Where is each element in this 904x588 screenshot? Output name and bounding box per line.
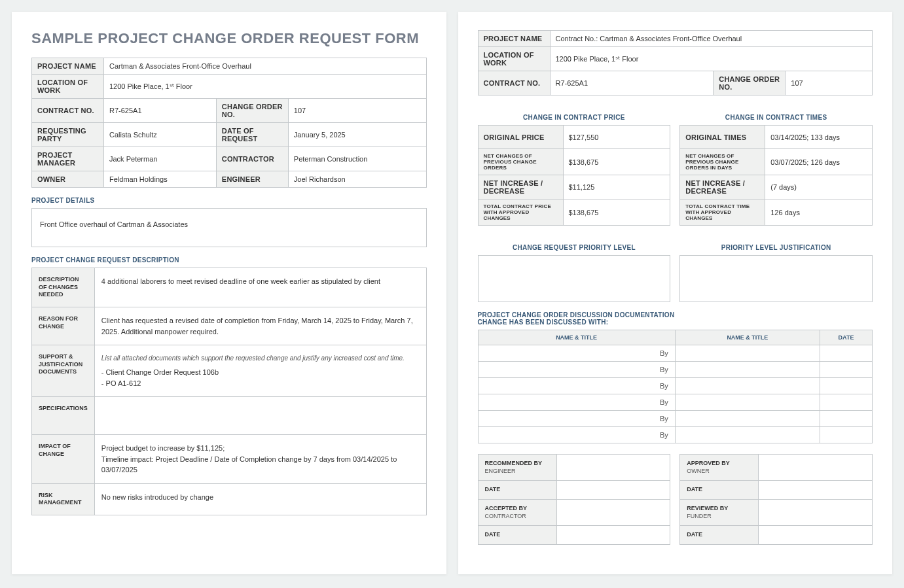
total-time-label: TOTAL CONTRACT TIME WITH APPROVED CHANGE… <box>680 199 765 226</box>
accepted-date-label: DATE <box>478 526 556 545</box>
engineer-label: ENGINEER <box>216 171 288 188</box>
p2-change-order-no-label: CHANGE ORDER NO. <box>714 71 786 95</box>
accepted-by-label: ACCEPTED BYCONTRACTOR <box>478 500 556 526</box>
reviewed-date-value <box>759 526 873 545</box>
p2-contract-no-label: CONTRACT NO. <box>478 71 550 95</box>
date-of-request-label: DATE OF REQUEST <box>216 123 288 147</box>
approved-by-label: APPROVED BYOWNER <box>680 455 759 481</box>
orig-price-label: ORIGINAL PRICE <box>478 126 563 149</box>
p2-project-name-value: Contract No.: Cartman & Associates Front… <box>550 31 873 47</box>
owner-value: Feldman Holdings <box>104 171 217 188</box>
time-table: ORIGINAL TIMES03/14/2025; 133 days NET C… <box>679 125 873 226</box>
discuss-row: By <box>478 411 873 427</box>
discuss-col-name-1: NAME & TITLE <box>478 330 675 345</box>
reviewed-by-label: REVIEWED BYFUNDER <box>680 500 759 526</box>
signature-left: RECOMMENDED BYENGINEER DATE ACCEPTED BYC… <box>478 454 671 545</box>
netinc-price-label: NET INCREASE / DECREASE <box>478 175 563 199</box>
price-table: ORIGINAL PRICE$127,550 NET CHANGES OF PR… <box>478 125 671 226</box>
total-price-value: $138,675 <box>563 199 670 226</box>
project-name-value: Cartman & Associates Front-Office Overha… <box>104 58 427 75</box>
change-request-desc-label: PROJECT CHANGE REQUEST DESCRIPTION <box>31 256 427 264</box>
total-time-value: 126 days <box>765 199 873 226</box>
support-docs-label: SUPPORT & JUSTIFICATION DOCUMENTS <box>32 345 95 397</box>
support-docs-hint: List all attached documents which suppor… <box>101 353 420 363</box>
support-docs-value: List all attached documents which suppor… <box>94 345 426 397</box>
priority-level-box <box>478 255 671 302</box>
contractor-value: Peterman Construction <box>288 147 426 171</box>
orig-time-value: 03/14/2025; 133 days <box>765 126 873 149</box>
page-1: SAMPLE PROJECT CHANGE ORDER REQUEST FORM… <box>12 12 446 574</box>
accepted-date-value <box>556 526 670 545</box>
change-order-no-value: 107 <box>288 99 426 123</box>
netprev-price-label: NET CHANGES OF PREVIOUS CHANGE ORDERS <box>478 149 563 175</box>
price-header: CHANGE IN CONTRACT PRICE <box>478 114 671 121</box>
approved-date-value <box>759 481 873 500</box>
project-manager-label: PROJECT MANAGER <box>32 147 104 171</box>
p2-change-order-no-value: 107 <box>786 71 873 95</box>
orig-time-label: ORIGINAL TIMES <box>680 126 765 149</box>
location-value: 1200 Pike Place, 1ˢᵗ Floor <box>104 75 427 99</box>
netinc-time-label: NET INCREASE / DECREASE <box>680 175 765 199</box>
reviewed-date-label: DATE <box>680 526 759 545</box>
changes-needed-value: 4 additional laborers to meet revised de… <box>94 268 426 307</box>
project-name-label: PROJECT NAME <box>32 58 104 75</box>
recommended-date-value <box>556 481 670 500</box>
reason-label: REASON FOR CHANGE <box>32 307 95 345</box>
requesting-party-label: REQUESTING PARTY <box>32 123 104 147</box>
location-label: LOCATION OF WORK <box>32 75 104 99</box>
discuss-row: By <box>478 427 873 443</box>
date-of-request-value: January 5, 2025 <box>288 123 426 147</box>
recommended-by-value <box>556 455 670 481</box>
specifications-value <box>94 397 426 435</box>
contract-no-label: CONTRACT NO. <box>32 99 104 123</box>
netinc-price-value: $11,125 <box>563 175 670 199</box>
p2-location-value: 1200 Pike Place, 1ˢᵗ Floor <box>550 47 873 71</box>
p2-contract-no-value: R7-625A1 <box>550 71 714 95</box>
contract-no-value: R7-625A1 <box>104 99 217 123</box>
recommended-date-label: DATE <box>478 481 556 500</box>
approved-by-value <box>759 455 873 481</box>
discuss-row: By <box>478 345 873 362</box>
total-price-label: TOTAL CONTRACT PRICE WITH APPROVED CHANG… <box>478 199 563 226</box>
change-order-no-label: CHANGE ORDER NO. <box>216 99 288 123</box>
project-info-table: PROJECT NAME Cartman & Associates Front-… <box>31 58 427 188</box>
recommended-by-label: RECOMMENDED BYENGINEER <box>478 455 556 481</box>
risk-value: No new risks introduced by change <box>94 483 426 515</box>
discuss-col-date: DATE <box>820 330 873 345</box>
form-title: SAMPLE PROJECT CHANGE ORDER REQUEST FORM <box>31 30 427 47</box>
orig-price-value: $127,550 <box>563 126 670 149</box>
reason-value: Client has requested a revised date of c… <box>94 307 426 345</box>
priority-justification-box <box>679 255 873 302</box>
contractor-label: CONTRACTOR <box>216 147 288 171</box>
signature-right: APPROVED BYOWNER DATE REVIEWED BYFUNDER … <box>679 454 873 545</box>
accepted-by-value <box>556 500 670 526</box>
discussion-table: NAME & TITLE NAME & TITLE DATE By By By … <box>478 330 873 443</box>
specifications-label: SPECIFICATIONS <box>32 397 95 435</box>
discuss-row: By <box>478 378 873 394</box>
project-details-value: Front Office overhaul of Cartman & Assoc… <box>31 208 427 247</box>
project-details-label: PROJECT DETAILS <box>31 197 427 204</box>
approved-date-label: DATE <box>680 481 759 500</box>
page-2: PROJECT NAME Contract No.: Cartman & Ass… <box>458 12 893 574</box>
discuss-row: By <box>478 394 873 411</box>
p2-location-label: LOCATION OF WORK <box>478 47 550 71</box>
project-manager-value: Jack Peterman <box>104 147 217 171</box>
support-docs-list: - Client Change Order Request 106b - PO … <box>101 368 219 387</box>
impact-label: IMPACT OF CHANGE <box>32 435 95 484</box>
risk-label: RISK MANAGEMENT <box>32 483 95 515</box>
project-info-table-2: PROJECT NAME Contract No.: Cartman & Ass… <box>478 30 873 95</box>
engineer-value: Joel Richardson <box>288 171 426 188</box>
netprev-time-label: NET CHANGES OF PREVIOUS CHANGE ORDERS IN… <box>680 149 765 175</box>
discuss-row: By <box>478 362 873 378</box>
p2-project-name-label: PROJECT NAME <box>478 31 550 47</box>
change-request-table: DESCRIPTION OF CHANGES NEEDED 4 addition… <box>31 268 427 515</box>
discuss-col-name-2: NAME & TITLE <box>675 330 820 345</box>
reviewed-by-value <box>759 500 873 526</box>
owner-label: OWNER <box>32 171 104 188</box>
time-header: CHANGE IN CONTRACT TIMES <box>679 114 873 121</box>
requesting-party-value: Calista Schultz <box>104 123 217 147</box>
impact-value: Project budget to increase by $11,125; T… <box>94 435 426 484</box>
netprev-time-value: 03/07/2025; 126 days <box>765 149 873 175</box>
discussion-label: PROJECT CHANGE ORDER DISCUSSION DOCUMENT… <box>478 311 873 326</box>
changes-needed-label: DESCRIPTION OF CHANGES NEEDED <box>32 268 95 307</box>
